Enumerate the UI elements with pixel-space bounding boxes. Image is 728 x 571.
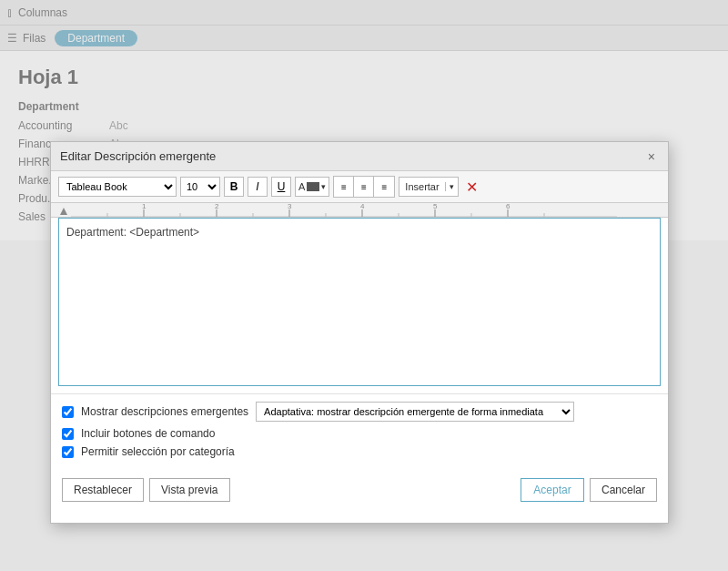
size-select[interactable]: 8910111214161820 bbox=[180, 177, 220, 197]
editor-toolbar: Tableau BookArialTimes New RomanCourier … bbox=[51, 171, 668, 203]
category-selection-label: Permitir selección por categoría bbox=[81, 445, 235, 458]
ruler-icon bbox=[58, 206, 69, 217]
category-selection-row: Permitir selección por categoría bbox=[62, 445, 657, 458]
tooltip-mode-dropdown[interactable]: Adaptativa: mostrar descripción emergent… bbox=[256, 402, 574, 422]
aceptar-button[interactable]: Aceptar bbox=[521, 478, 584, 502]
category-selection-checkbox[interactable] bbox=[62, 446, 74, 458]
svg-text:4: 4 bbox=[360, 204, 365, 210]
color-picker-button[interactable]: A ▾ bbox=[295, 177, 329, 197]
align-right-button[interactable]: ≡ bbox=[374, 177, 394, 197]
underline-button[interactable]: U bbox=[271, 177, 291, 197]
modal-close-button[interactable]: × bbox=[644, 150, 659, 163]
ruler: 1 2 3 4 5 6 bbox=[51, 203, 668, 218]
align-left-button[interactable]: ≡ bbox=[334, 177, 354, 197]
editor-area[interactable]: Department: <Department> bbox=[58, 218, 661, 386]
show-tooltips-checkbox[interactable] bbox=[62, 406, 74, 418]
svg-text:2: 2 bbox=[215, 204, 219, 210]
options-area: Mostrar descripciones emergentes Adaptat… bbox=[51, 393, 668, 471]
insertar-arrow: ▾ bbox=[445, 182, 458, 191]
command-buttons-label: Incluir botones de comando bbox=[81, 427, 215, 440]
align-group: ≡ ≡ ≡ bbox=[333, 176, 395, 198]
bold-button[interactable]: B bbox=[224, 177, 244, 197]
left-buttons: Restablecer Vista previa bbox=[62, 478, 230, 502]
restablecer-button[interactable]: Restablecer bbox=[62, 478, 144, 502]
svg-text:1: 1 bbox=[142, 204, 147, 210]
button-row: Restablecer Vista previa Aceptar Cancela… bbox=[51, 471, 668, 511]
vista-previa-button[interactable]: Vista previa bbox=[149, 478, 229, 502]
cancelar-button[interactable]: Cancelar bbox=[590, 478, 657, 502]
modal-header: Editar Descripción emergente × bbox=[51, 142, 668, 171]
editor-content: Department: <Department> bbox=[66, 226, 652, 239]
command-buttons-checkbox[interactable] bbox=[62, 428, 74, 440]
show-tooltips-label: Mostrar descripciones emergentes bbox=[81, 405, 248, 418]
font-select[interactable]: Tableau BookArialTimes New RomanCourier … bbox=[58, 177, 177, 197]
insertar-button[interactable]: Insertar ▾ bbox=[399, 177, 458, 197]
right-buttons: Aceptar Cancelar bbox=[521, 478, 657, 502]
italic-button[interactable]: I bbox=[248, 177, 268, 197]
align-center-button[interactable]: ≡ bbox=[354, 177, 374, 197]
svg-marker-0 bbox=[60, 208, 67, 215]
show-tooltips-row: Mostrar descripciones emergentes Adaptat… bbox=[62, 402, 657, 422]
modal-dialog: Editar Descripción emergente × Tableau B… bbox=[50, 141, 669, 524]
svg-text:5: 5 bbox=[433, 204, 438, 210]
modal-title: Editar Descripción emergente bbox=[60, 149, 216, 163]
modal-overlay: Editar Descripción emergente × Tableau B… bbox=[0, 0, 728, 571]
insertar-label: Insertar bbox=[399, 181, 444, 192]
color-swatch bbox=[307, 182, 319, 191]
delete-button[interactable]: ✕ bbox=[462, 177, 482, 197]
command-buttons-row: Incluir botones de comando bbox=[62, 427, 657, 440]
svg-text:3: 3 bbox=[288, 204, 292, 210]
ruler-marks: 1 2 3 4 5 6 bbox=[71, 203, 661, 217]
svg-text:6: 6 bbox=[506, 204, 511, 210]
app-container: ⫿ Columnas ☰ Filas Department Hoja 1 Dep… bbox=[0, 0, 728, 571]
